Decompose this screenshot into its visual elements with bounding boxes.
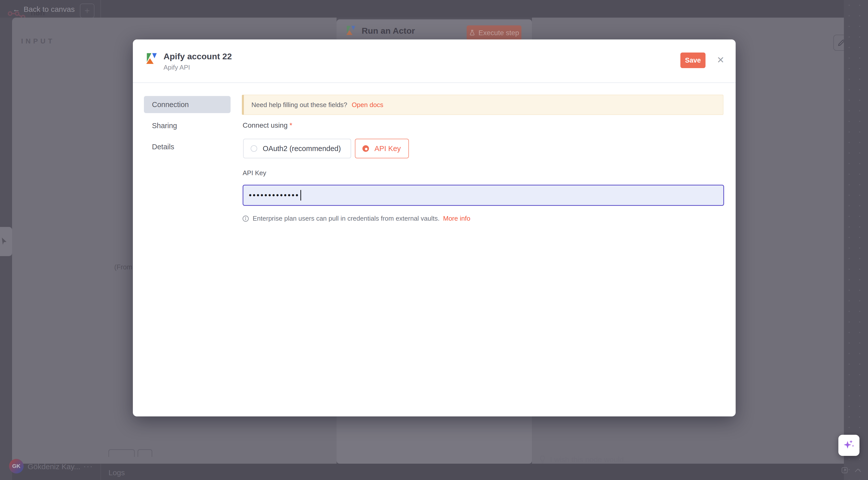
api-key-label: API Key — [243, 169, 266, 177]
open-docs-link[interactable]: Open docs — [352, 101, 383, 109]
avatar-initials: GK — [12, 463, 21, 470]
execute-step-button[interactable]: Execute step — [467, 25, 521, 40]
node-feedback-input[interactable]: I wish this node would... — [539, 455, 630, 464]
option-oauth2[interactable]: OAuth2 (recommended) — [243, 139, 351, 158]
credential-title: Apify account 22 — [163, 52, 232, 61]
text-caret — [300, 190, 301, 201]
ai-assistant-button[interactable] — [838, 435, 860, 456]
close-button[interactable]: ✕ — [713, 53, 728, 68]
logs-divider — [100, 464, 101, 480]
cursor-icon — [0, 237, 8, 246]
help-banner-text: Need help filling out these fields? — [251, 101, 347, 109]
api-key-input[interactable]: ••••••••••••• — [243, 185, 724, 206]
input-from-fragment: (From — [114, 263, 132, 271]
connect-using-label: Connect using * — [243, 121, 292, 129]
tab-sharing-label: Sharing — [152, 122, 177, 130]
execute-step-label: Execute step — [478, 29, 519, 37]
required-asterisk: * — [289, 121, 292, 129]
api-key-masked-value: ••••••••••••• — [249, 191, 300, 200]
pointer-tool-button[interactable] — [0, 227, 12, 256]
radio-api-key[interactable] — [363, 145, 369, 152]
sparkle-icon — [842, 439, 856, 452]
logs-tab-button-2[interactable] — [137, 449, 152, 457]
node-title: Run an Actor — [362, 26, 415, 36]
save-button[interactable]: Save — [680, 53, 706, 68]
tab-connection-label: Connection — [152, 100, 189, 109]
option-api-key[interactable]: API Key — [355, 139, 409, 158]
add-button[interactable]: + — [80, 3, 94, 18]
tab-sharing[interactable]: Sharing — [144, 117, 230, 134]
user-menu-ellipsis-icon[interactable]: ··· — [83, 462, 93, 471]
chevron-up-icon[interactable] — [855, 468, 862, 473]
back-to-canvas-button[interactable]: ← Back to canvas — [12, 5, 74, 13]
close-icon: ✕ — [717, 55, 724, 65]
tab-details[interactable]: Details — [144, 138, 230, 155]
input-panel-title: INPUT — [21, 37, 55, 45]
credential-subtitle: Apify API — [163, 64, 190, 71]
option-oauth2-label: OAuth2 (recommended) — [263, 145, 341, 153]
canvas-dot-grid — [844, 0, 868, 480]
user-name: Gökdeniz Kay... — [28, 462, 81, 471]
external-link-icon[interactable] — [841, 467, 848, 474]
apify-logo-icon — [146, 52, 159, 66]
more-info-link[interactable]: More info — [443, 215, 470, 222]
tab-details-label: Details — [152, 143, 174, 151]
tab-connection[interactable]: Connection — [144, 96, 230, 113]
help-banner: Need help filling out these fields? Open… — [242, 95, 723, 115]
lightbulb-icon — [539, 455, 546, 464]
radio-oauth2[interactable] — [251, 145, 257, 152]
modal-header: Apify account 22 Apify API Save ✕ — [133, 39, 736, 83]
enterprise-note: Enterprise plan users can pull in creden… — [242, 215, 470, 222]
logs-label: Logs — [108, 469, 125, 477]
top-bar: n8n ← Back to canvas + — [0, 0, 868, 18]
info-icon — [242, 215, 249, 222]
back-to-canvas-label: Back to canvas — [24, 5, 74, 13]
logs-tab-button[interactable] — [108, 449, 135, 457]
enterprise-note-text: Enterprise plan users can pull in creden… — [253, 215, 439, 222]
apify-node-icon — [346, 25, 357, 36]
plus-icon: + — [84, 5, 90, 16]
logs-panel[interactable] — [12, 464, 844, 480]
wish-placeholder: I wish this node would... — [550, 455, 630, 464]
credential-modal: Apify account 22 Apify API Save ✕ Connec… — [133, 39, 736, 416]
back-arrow-icon: ← — [12, 5, 20, 13]
flask-icon — [469, 30, 475, 36]
topbar-divider — [100, 0, 101, 18]
option-api-key-label: API Key — [374, 145, 401, 153]
avatar[interactable]: GK — [9, 459, 24, 474]
